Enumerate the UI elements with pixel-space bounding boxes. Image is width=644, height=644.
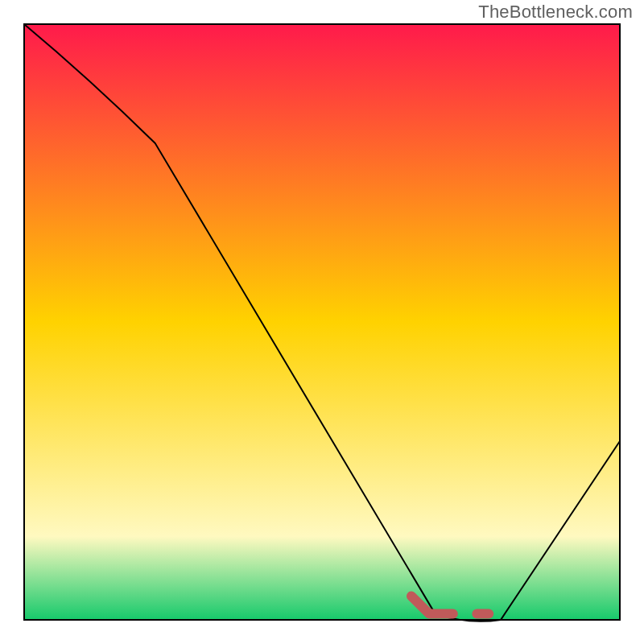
chart-frame: TheBottleneck.com xyxy=(0,0,644,644)
plot-background xyxy=(24,24,620,620)
bottleneck-chart xyxy=(0,0,644,644)
